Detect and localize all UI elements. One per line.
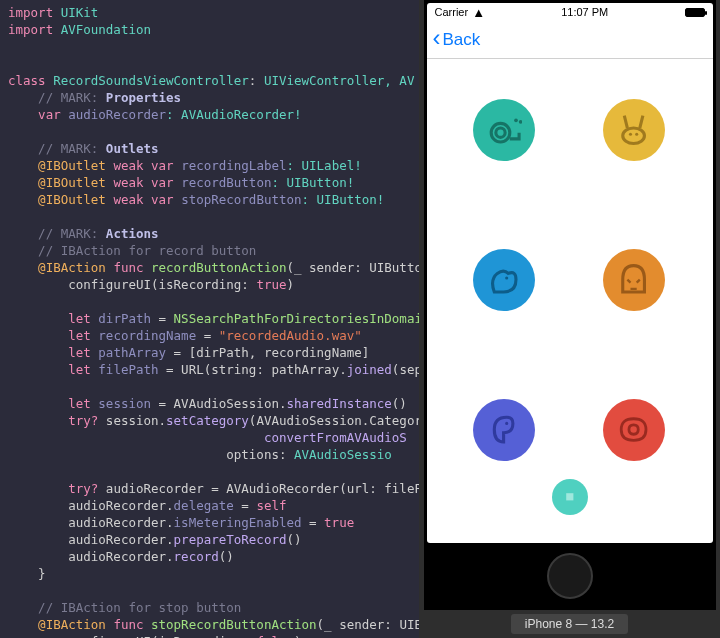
type: : UIButton! bbox=[302, 192, 385, 207]
var: session bbox=[98, 396, 151, 411]
keyword: try? bbox=[68, 413, 98, 428]
text: audioRecorder. bbox=[68, 498, 173, 513]
method: sharedInstance bbox=[286, 396, 391, 411]
simulator-pane: Carrier ▲︎ 11:07 PM ‹ Back bbox=[419, 0, 720, 638]
snail-icon bbox=[485, 111, 522, 148]
comment: // IBAction for record button bbox=[38, 243, 256, 258]
home-button[interactable] bbox=[547, 553, 593, 599]
attribute: @IBOutlet bbox=[38, 192, 106, 207]
keyword: func bbox=[113, 617, 143, 632]
text: ) bbox=[286, 277, 294, 292]
text: session. bbox=[98, 413, 166, 428]
code-editor[interactable]: import UIKit import AVFoundation class R… bbox=[0, 0, 419, 638]
type: : AVAudioRecorder! bbox=[166, 107, 301, 122]
class-name: RecordSoundsViewController bbox=[53, 73, 249, 88]
text: audioRecorder. bbox=[68, 532, 173, 547]
rabbit-icon bbox=[615, 111, 652, 148]
text: audioRecorder. bbox=[68, 549, 173, 564]
text: = bbox=[234, 498, 257, 513]
svg-point-4 bbox=[623, 128, 645, 143]
keyword: try? bbox=[68, 481, 98, 496]
label: options: bbox=[226, 447, 286, 462]
keyword: import bbox=[8, 22, 53, 37]
text: = bbox=[151, 311, 174, 326]
call: NSSearchPathForDirectoriesInDomai bbox=[174, 311, 419, 326]
comment: // IBAction for stop button bbox=[38, 600, 241, 615]
device-frame: Carrier ▲︎ 11:07 PM ‹ Back bbox=[424, 0, 716, 610]
squirrel-icon bbox=[485, 261, 522, 298]
effect-button-squirrel[interactable] bbox=[473, 249, 535, 311]
keyword: var bbox=[38, 107, 61, 122]
svg-point-2 bbox=[514, 119, 518, 123]
function-name: stopRecordButtonAction bbox=[151, 617, 317, 632]
text: (AVAudioSession.Categor bbox=[249, 413, 419, 428]
comment: // MARK: bbox=[38, 90, 98, 105]
mark-label: Outlets bbox=[106, 141, 159, 156]
text: (sep bbox=[392, 362, 419, 377]
text: = URL(string: pathArray. bbox=[159, 362, 347, 377]
property: isMeteringEnabled bbox=[174, 515, 302, 530]
keyword: let bbox=[68, 396, 91, 411]
battery-icon bbox=[685, 8, 705, 17]
text: ) bbox=[294, 634, 302, 638]
effect-button-snail[interactable] bbox=[473, 99, 535, 161]
app-content bbox=[427, 59, 713, 543]
module-name: AVFoundation bbox=[61, 22, 151, 37]
stop-button[interactable] bbox=[552, 479, 588, 515]
text: () bbox=[286, 532, 301, 547]
text: = bbox=[302, 515, 325, 530]
back-label: Back bbox=[443, 30, 481, 50]
keyword: weak var bbox=[113, 158, 173, 173]
effect-button-echo[interactable] bbox=[603, 399, 665, 461]
effect-button-parrot[interactable] bbox=[473, 399, 535, 461]
svg-point-7 bbox=[505, 277, 508, 280]
type: AVAudioSessio bbox=[286, 447, 391, 462]
bool-literal: true bbox=[256, 277, 286, 292]
device-name-label[interactable]: iPhone 8 — 13.2 bbox=[511, 614, 628, 634]
mark-label: Properties bbox=[106, 90, 181, 105]
wifi-icon: ▲︎ bbox=[472, 5, 485, 20]
text: : bbox=[249, 73, 257, 88]
superclass: UIViewController, AV bbox=[264, 73, 415, 88]
carrier-label: Carrier bbox=[435, 6, 469, 18]
module-name: UIKit bbox=[61, 5, 99, 20]
status-bar: Carrier ▲︎ 11:07 PM bbox=[427, 3, 713, 21]
keyword: let bbox=[68, 345, 91, 360]
vader-icon bbox=[615, 261, 652, 298]
attribute: @IBOutlet bbox=[38, 158, 106, 173]
keyword: class bbox=[8, 73, 46, 88]
keyword: func bbox=[113, 260, 143, 275]
var: recordingName bbox=[98, 328, 196, 343]
svg-point-5 bbox=[629, 133, 632, 136]
effect-button-rabbit[interactable] bbox=[603, 99, 665, 161]
type: : UIButton! bbox=[271, 175, 354, 190]
keyword: weak var bbox=[113, 192, 173, 207]
effect-button-vader[interactable] bbox=[603, 249, 665, 311]
echo-icon bbox=[615, 411, 652, 448]
attribute: @IBAction bbox=[38, 617, 106, 632]
keyword: self bbox=[256, 498, 286, 513]
var: dirPath bbox=[98, 311, 151, 326]
text: audioRecorder = AVAudioRecorder(url: fil… bbox=[98, 481, 419, 496]
method: convertFromAVAudioS bbox=[264, 430, 407, 445]
method: record bbox=[174, 549, 219, 564]
text: = bbox=[196, 328, 219, 343]
back-button[interactable]: ‹ Back bbox=[433, 29, 481, 50]
comment: // MARK: bbox=[38, 141, 98, 156]
stop-icon bbox=[559, 486, 581, 508]
text: () bbox=[392, 396, 407, 411]
code-text: configureUI(isRecording: bbox=[68, 634, 256, 638]
keyword: let bbox=[68, 311, 91, 326]
outlet: recordButton bbox=[181, 175, 271, 190]
svg-rect-9 bbox=[566, 493, 573, 500]
comment: // MARK: bbox=[38, 226, 98, 241]
outlet: recordingLabel bbox=[181, 158, 286, 173]
var: pathArray bbox=[98, 345, 166, 360]
clock-label: 11:07 PM bbox=[561, 6, 608, 18]
text: audioRecorder. bbox=[68, 515, 173, 530]
keyword: let bbox=[68, 362, 91, 377]
method: joined bbox=[347, 362, 392, 377]
parrot-icon bbox=[485, 411, 522, 448]
device-screen[interactable]: Carrier ▲︎ 11:07 PM ‹ Back bbox=[427, 3, 713, 543]
text: () bbox=[219, 549, 234, 564]
